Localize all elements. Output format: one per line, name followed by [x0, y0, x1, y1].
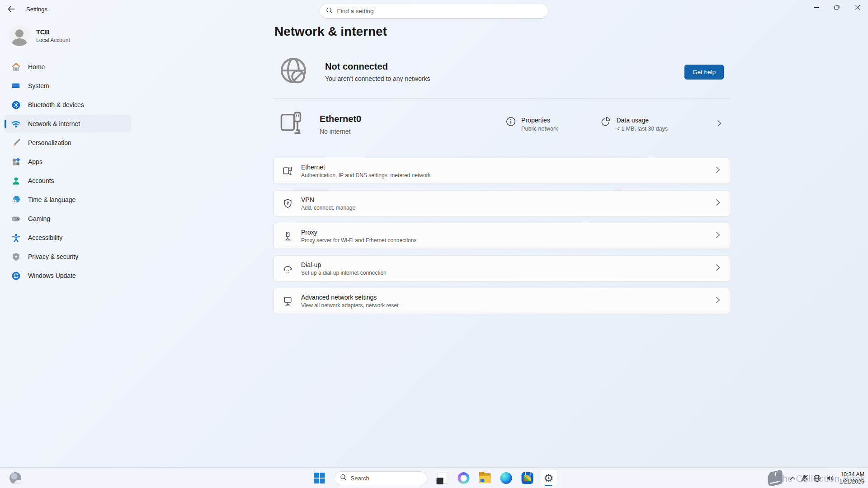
taskbar: ⚙ 10:34 AM 1/21/2026 The Collection Book: [0, 467, 868, 488]
card-title: Ethernet: [301, 164, 431, 171]
back-button[interactable]: [5, 4, 18, 15]
wifi-icon: [11, 119, 21, 129]
system-icon: [11, 81, 21, 91]
taskbar-center: ⚙: [311, 469, 558, 487]
sidebar-item-label: Time & language: [28, 196, 75, 203]
sidebar-item-accounts[interactable]: Accounts: [5, 172, 131, 190]
sidebar-item-time-language[interactable]: Time & language: [5, 191, 131, 209]
sidebar-item-label: Home: [28, 63, 45, 70]
chevron-right-icon: [717, 119, 722, 130]
sidebar-item-label: Personalization: [28, 139, 71, 146]
account-name: TCB: [36, 28, 70, 36]
hidden-icons-chevron[interactable]: [790, 476, 796, 480]
card-subtitle: Proxy server for Wi-Fi and Ethernet conn…: [301, 237, 416, 244]
search-icon: [340, 474, 347, 482]
edge-icon: [500, 472, 512, 484]
selected-indicator: [5, 120, 6, 128]
connection-status-title: Not connected: [325, 61, 430, 72]
account-type: Local Account: [36, 37, 70, 43]
muted-mic-icon[interactable]: [801, 474, 808, 482]
start-button[interactable]: [311, 469, 329, 487]
info-icon: [506, 117, 516, 128]
system-tray: 10:34 AM 1/21/2026: [764, 468, 864, 488]
card-advanced-network[interactable]: Advanced network settings View all netwo…: [274, 288, 730, 314]
volume-icon[interactable]: [826, 474, 834, 482]
card-subtitle: View all network adapters, network reset: [301, 302, 398, 309]
taskbar-app-copilot[interactable]: [455, 469, 473, 487]
sidebar-item-bluetooth[interactable]: Bluetooth & devices: [5, 96, 131, 114]
get-help-button[interactable]: Get help: [684, 65, 724, 80]
properties-stat[interactable]: Properties Public network: [506, 117, 558, 132]
connection-status-subtitle: You aren't connected to any networks: [325, 75, 430, 82]
sidebar-item-home[interactable]: Home: [5, 58, 131, 76]
accessibility-icon: [11, 233, 21, 243]
clock-date: 1/21/2026: [839, 478, 864, 485]
sidebar-item-network[interactable]: Network & internet: [5, 115, 131, 133]
sidebar: TCB Local Account Home System Bluetooth …: [0, 18, 136, 467]
sidebar-item-system[interactable]: System: [5, 77, 131, 95]
taskbar-app-black-white-squares[interactable]: [434, 469, 452, 487]
taskbar-app-store[interactable]: [519, 469, 537, 487]
chevron-right-icon: [715, 230, 721, 241]
apps-icon: [11, 157, 21, 167]
properties-title: Properties: [521, 117, 558, 124]
page-title: Network & internet: [274, 24, 730, 39]
taskbar-search[interactable]: [335, 471, 428, 485]
card-proxy[interactable]: Proxy Proxy server for Wi-Fi and Etherne…: [274, 223, 730, 249]
dialup-phone-icon: [282, 263, 293, 274]
black-white-squares-icon: [437, 473, 448, 484]
proxy-server-icon: [282, 231, 293, 241]
minimize-button[interactable]: [806, 0, 826, 14]
card-dialup[interactable]: Dial-up Set up a dial-up internet connec…: [274, 255, 730, 282]
data-usage-stat[interactable]: Data usage < 1 MB, last 30 days: [601, 117, 668, 132]
settings-search-input[interactable]: [337, 8, 542, 14]
vpn-shield-icon: [282, 198, 293, 209]
chevron-right-icon: [715, 263, 721, 274]
no-internet-globe-icon[interactable]: [813, 474, 821, 482]
card-title: VPN: [301, 196, 355, 203]
sidebar-item-label: Windows Update: [28, 272, 76, 279]
sidebar-item-label: System: [28, 82, 49, 89]
taskbar-app-edge[interactable]: [497, 469, 515, 487]
microsoft-store-icon: [522, 472, 533, 484]
active-app-indicator: [545, 485, 552, 486]
taskbar-clock[interactable]: 10:34 AM 1/21/2026: [839, 471, 864, 486]
globe-disconnected-icon: [280, 57, 308, 87]
sidebar-item-windows-update[interactable]: Windows Update: [5, 267, 131, 285]
card-subtitle: Add, connect, manage: [301, 205, 355, 211]
card-subtitle: Set up a dial-up internet connection: [301, 270, 387, 276]
ethernet-icon: [282, 166, 293, 176]
sidebar-item-personalization[interactable]: Personalization: [5, 134, 131, 152]
search-icon: [326, 7, 333, 15]
card-vpn[interactable]: VPN Add, connect, manage: [274, 190, 730, 216]
adapter-summary-row[interactable]: Ethernet0 No internet Properties Public …: [274, 107, 730, 141]
widgets-weather-icon[interactable]: [6, 469, 24, 487]
taskbar-app-settings[interactable]: ⚙: [540, 469, 558, 487]
chevron-right-icon: [715, 165, 721, 176]
restore-button[interactable]: [826, 0, 847, 14]
bluetooth-icon: [11, 100, 21, 110]
taskbar-app-file-explorer[interactable]: [476, 469, 494, 487]
sidebar-item-privacy[interactable]: Privacy & security: [5, 248, 131, 266]
clock-globe-icon: [11, 195, 21, 205]
sidebar-item-label: Apps: [28, 158, 42, 165]
sidebar-item-label: Accessibility: [28, 234, 62, 241]
close-button[interactable]: [847, 0, 868, 14]
network-monitor-icon: [282, 296, 293, 306]
data-usage-title: Data usage: [616, 117, 668, 124]
account-card[interactable]: TCB Local Account: [5, 22, 131, 58]
data-usage-value: < 1 MB, last 30 days: [616, 126, 668, 132]
sidebar-item-gaming[interactable]: Gaming: [5, 210, 131, 228]
settings-search[interactable]: [320, 4, 549, 19]
home-icon: [11, 62, 21, 72]
sidebar-item-label: Network & internet: [28, 120, 80, 127]
card-ethernet[interactable]: Ethernet Authentication, IP and DNS sett…: [274, 158, 730, 184]
sidebar-nav: Home System Bluetooth & devices Network …: [5, 58, 131, 285]
sidebar-item-label: Bluetooth & devices: [28, 101, 84, 108]
taskbar-search-input[interactable]: [351, 475, 430, 482]
window-controls: [806, 0, 868, 14]
brush-icon: [11, 138, 21, 148]
sidebar-item-label: Privacy & security: [28, 253, 78, 260]
sidebar-item-apps[interactable]: Apps: [5, 153, 131, 171]
sidebar-item-accessibility[interactable]: Accessibility: [5, 229, 131, 247]
